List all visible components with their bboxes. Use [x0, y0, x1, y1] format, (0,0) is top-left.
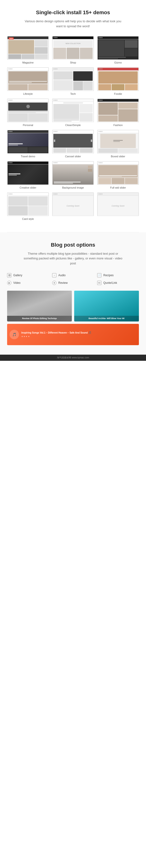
post-option-gallery: 🖼 Gallery — [7, 273, 49, 277]
demo-label-carousel: Carosel slider — [65, 155, 81, 158]
post-option-label: Recipes — [103, 274, 114, 277]
post-option-icon-video: ▶ — [7, 281, 11, 285]
demo-item-clean[interactable]: Clean/Simple — [52, 98, 94, 126]
demo-label-boxed: Boxed slider — [111, 155, 125, 158]
blog-section-subtitle: Theme offers multiple blog type possibil… — [23, 251, 123, 266]
demo-label-shop: Shop — [70, 61, 76, 64]
demo-thumb-magazine: new — [7, 36, 49, 60]
demo-label-lifestyle: Lifestyle — [23, 92, 33, 95]
post-option-icon-review: ★ — [52, 281, 56, 285]
post-option-video: ▶ Video — [7, 281, 49, 285]
demo-label-personal: Personal — [23, 124, 33, 126]
demo-item-magazine[interactable]: new — [7, 36, 49, 64]
demo-item-fullwidth[interactable]: Full wid slider — [97, 161, 139, 189]
demos-section: Single-click install 15+ demos Various d… — [0, 0, 146, 232]
demo-item-gizmo[interactable]: Gizmo — [97, 36, 139, 64]
demo-item-boxed[interactable]: Boxed slider — [97, 130, 139, 158]
demo-item-card[interactable]: Card style — [7, 192, 49, 220]
post-options-grid: 🖼 Gallery ♪ Audio 📄 Recipes ▶ Video ★ Re… — [7, 273, 139, 285]
demo-thumb-clean — [52, 98, 94, 122]
blog-card-photo[interactable]: Review Of Photo Editing Techniqu — [7, 291, 72, 321]
blog-section-title: Blog post options — [7, 242, 139, 248]
demo-thumb-background — [52, 161, 94, 185]
demo-thumb-fashion — [97, 98, 139, 122]
blog-section: Blog post options Theme offers multiple … — [0, 232, 146, 354]
demo-item-personal[interactable]: Personal — [7, 98, 49, 126]
demo-label-creative: Creative slider — [20, 186, 36, 189]
demo-thumb-card — [7, 192, 49, 216]
demo-label-card: Card style — [22, 217, 34, 220]
demo-label-gizmo: Gizmo — [114, 61, 122, 64]
demo-thumb-lifestyle — [7, 67, 49, 91]
post-option-quote/link: 66 Quote/Link — [97, 281, 139, 285]
demo-thumb-coming2: Coming Soon — [97, 192, 139, 216]
demo-thumb-carousel — [52, 130, 94, 154]
demo-label-tech: Tech — [70, 92, 76, 95]
demo-thumb-creative — [7, 161, 49, 185]
demo-thumb-foodie — [97, 67, 139, 91]
demo-thumb-travel — [7, 130, 49, 154]
post-option-label: Review — [58, 281, 67, 284]
demo-item-creative[interactable]: Creative slider — [7, 161, 49, 189]
demo-item-background[interactable]: Background image — [52, 161, 94, 189]
demo-thumb-fullwidth — [97, 161, 139, 185]
watermark: 淘气喵素材网 www.tqmao.com — [0, 354, 146, 361]
demo-label-background: Background image — [62, 186, 84, 189]
blog-card-architecture[interactable]: Beautiful Archite- Will Blow Your Mi — [74, 291, 139, 321]
post-option-label: Quote/Link — [103, 281, 117, 284]
post-option-audio: ♪ Audio — [52, 273, 94, 277]
section-title: Single-click install 15+ demos — [7, 9, 139, 16]
post-option-icon-audio: ♪ — [52, 273, 56, 277]
demo-label-fullwidth: Full wid slider — [110, 186, 126, 189]
demo-thumb-personal — [7, 98, 49, 122]
demo-item-tech[interactable]: Tech — [52, 67, 94, 95]
blog-card-music[interactable]: 🎵 Inspiring Songs Vol.1 – Different Heav… — [7, 324, 139, 345]
demo-thumb-boxed — [97, 130, 139, 154]
demo-thumb-shop: NEW COLLECTION — [52, 36, 94, 60]
blog-previews: Review Of Photo Editing Techniqu Beautif… — [7, 291, 139, 345]
post-option-icon-quote/link: 66 — [97, 281, 101, 285]
demo-item-carousel[interactable]: Carosel slider — [52, 130, 94, 158]
demo-item-travel[interactable]: Travel demo — [7, 130, 49, 158]
demo-item-foodie[interactable]: Foodie — [97, 67, 139, 95]
demo-thumb-coming1: Coming Soon — [52, 192, 94, 216]
post-option-review: ★ Review — [52, 281, 94, 285]
demo-label-foodie: Foodie — [114, 92, 122, 95]
demo-thumb-gizmo — [97, 36, 139, 60]
post-option-label: Gallery — [13, 274, 22, 277]
section-subtitle: Various demo design options will help yo… — [23, 19, 123, 29]
demo-label-fashion: Fashion — [113, 124, 122, 126]
post-option-icon-recipes: 📄 — [97, 273, 101, 277]
demo-label-clean: Clean/Simple — [65, 124, 81, 126]
demo-grid: new — [7, 36, 139, 220]
post-option-icon-gallery: 🖼 — [7, 273, 11, 277]
demo-item-lifestyle[interactable]: Lifestyle — [7, 67, 49, 95]
post-option-recipes: 📄 Recipes — [97, 273, 139, 277]
demo-item-shop[interactable]: NEW COLLECTION Shop — [52, 36, 94, 64]
demo-item-coming2[interactable]: Coming Soon — [97, 192, 139, 220]
demo-item-fashion[interactable]: Fashion — [97, 98, 139, 126]
demo-label-magazine: Magazine — [22, 61, 34, 64]
demo-item-coming1[interactable]: Coming Soon — [52, 192, 94, 220]
demo-label-travel: Travel demo — [21, 155, 35, 158]
post-option-label: Audio — [58, 274, 66, 277]
demo-thumb-tech — [52, 67, 94, 91]
post-option-label: Video — [13, 281, 20, 284]
